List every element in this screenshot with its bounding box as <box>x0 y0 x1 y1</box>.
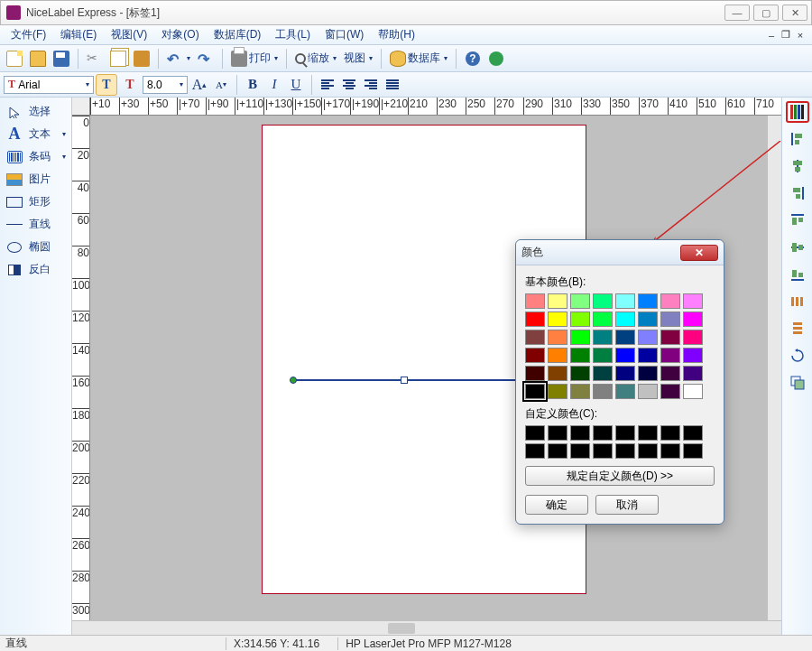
help-button[interactable]: ? <box>462 48 484 70</box>
maximize-button[interactable]: ▢ <box>753 5 779 21</box>
tool-select[interactable]: 选择 <box>2 101 69 122</box>
color-swatch[interactable] <box>548 366 567 381</box>
custom-swatch[interactable] <box>570 425 590 441</box>
align-bottom-tool[interactable] <box>786 264 809 285</box>
color-swatch[interactable] <box>525 384 545 399</box>
color-swatch[interactable] <box>593 312 613 327</box>
align-top-tool[interactable] <box>786 209 809 231</box>
tool-line[interactable]: 直线 <box>2 214 69 235</box>
custom-swatch[interactable] <box>615 425 635 441</box>
line-mid-handle[interactable] <box>401 377 408 384</box>
color-swatch[interactable] <box>525 312 545 327</box>
database-button[interactable]: 数据库▾ <box>387 48 450 70</box>
color-swatch[interactable] <box>660 312 680 327</box>
color-swatch[interactable] <box>660 384 680 399</box>
color-swatch[interactable] <box>570 312 590 327</box>
decrease-size-button[interactable]: A▾ <box>211 75 231 95</box>
color-swatch[interactable] <box>525 330 545 345</box>
new-button[interactable] <box>4 48 25 70</box>
custom-swatch[interactable] <box>638 443 658 459</box>
color-swatch[interactable] <box>638 384 658 399</box>
align-center-button[interactable] <box>339 75 359 95</box>
color-swatch[interactable] <box>548 348 567 363</box>
color-swatch[interactable] <box>660 330 680 345</box>
menu-window[interactable]: 窗口(W) <box>319 25 369 44</box>
color-swatch[interactable] <box>615 293 635 309</box>
color-swatch[interactable] <box>638 348 658 363</box>
color-swatch[interactable] <box>660 293 680 309</box>
printer-font-button[interactable]: T <box>119 74 141 96</box>
align-left-button[interactable] <box>318 75 337 95</box>
color-palette-button[interactable] <box>786 101 809 123</box>
distribute-h-tool[interactable] <box>786 291 809 312</box>
color-swatch[interactable] <box>593 348 613 363</box>
custom-swatch[interactable] <box>615 443 635 459</box>
user-button[interactable] <box>485 48 507 70</box>
custom-swatch[interactable] <box>525 443 545 459</box>
mdi-restore[interactable]: ❐ <box>780 29 792 42</box>
color-swatch[interactable] <box>683 348 703 363</box>
color-swatch[interactable] <box>615 366 635 381</box>
line-start-handle[interactable] <box>290 377 297 384</box>
custom-swatch[interactable] <box>548 443 567 459</box>
redo-button[interactable]: ↷ <box>195 48 217 70</box>
menu-view[interactable]: 视图(V) <box>106 25 152 44</box>
color-swatch[interactable] <box>593 293 613 309</box>
color-swatch[interactable] <box>570 293 590 309</box>
open-button[interactable] <box>27 48 49 70</box>
menu-tools[interactable]: 工具(L) <box>270 25 316 44</box>
color-swatch[interactable] <box>593 384 613 399</box>
menu-help[interactable]: 帮助(H) <box>373 25 420 44</box>
font-size-combo[interactable]: 8.0▾ <box>143 76 188 94</box>
tool-barcode[interactable]: 条码▾ <box>2 146 69 167</box>
color-swatch[interactable] <box>615 312 635 327</box>
color-swatch[interactable] <box>638 312 658 327</box>
color-swatch[interactable] <box>548 293 567 309</box>
custom-swatch[interactable] <box>683 425 703 441</box>
minimize-button[interactable]: — <box>724 5 750 21</box>
custom-swatch[interactable] <box>660 443 680 459</box>
color-swatch[interactable] <box>683 366 703 381</box>
tool-rect[interactable]: 矩形 <box>2 191 69 212</box>
custom-swatch[interactable] <box>525 425 545 441</box>
menu-database[interactable]: 数据库(D) <box>208 25 267 44</box>
custom-swatch[interactable] <box>683 443 703 459</box>
paste-button[interactable] <box>131 48 152 70</box>
close-button[interactable]: ✕ <box>782 5 807 21</box>
tool-ellipse[interactable]: 椭圆 <box>2 237 69 257</box>
color-swatch[interactable] <box>638 330 658 345</box>
color-swatch[interactable] <box>593 330 613 345</box>
color-swatch[interactable] <box>638 293 658 309</box>
color-swatch[interactable] <box>570 330 590 345</box>
ok-button[interactable]: 确定 <box>525 495 588 515</box>
cut-button[interactable]: ✂ <box>84 48 106 70</box>
vertical-scrollbar[interactable] <box>767 116 781 620</box>
rotate-button[interactable] <box>786 345 809 367</box>
screen-font-button[interactable]: T <box>96 74 117 96</box>
align-left-tool[interactable] <box>786 128 809 150</box>
align-right-tool[interactable] <box>786 182 809 204</box>
color-swatch[interactable] <box>683 330 703 345</box>
tool-image[interactable]: 图片 <box>2 169 69 190</box>
dialog-close-button[interactable]: ✕ <box>680 245 718 261</box>
custom-swatch[interactable] <box>548 425 567 441</box>
align-justify-button[interactable] <box>383 75 402 95</box>
color-swatch[interactable] <box>638 366 658 381</box>
mdi-minimize[interactable]: – <box>765 29 778 42</box>
horizontal-scrollbar[interactable] <box>72 620 781 635</box>
view-button[interactable]: 视图▾ <box>341 48 375 70</box>
color-swatch[interactable] <box>570 348 590 363</box>
custom-swatch[interactable] <box>638 425 658 441</box>
tool-inverse[interactable]: 反白 <box>2 259 69 280</box>
bold-button[interactable]: B <box>243 75 263 95</box>
color-swatch[interactable] <box>570 384 590 399</box>
group-button[interactable] <box>786 372 809 394</box>
color-swatch[interactable] <box>525 366 545 381</box>
color-swatch[interactable] <box>525 293 545 309</box>
color-swatch[interactable] <box>548 384 567 399</box>
undo-button[interactable]: ↶▾ <box>164 48 193 70</box>
color-swatch[interactable] <box>683 293 703 309</box>
custom-swatch[interactable] <box>660 425 680 441</box>
copy-button[interactable] <box>107 48 129 70</box>
distribute-v-tool[interactable] <box>786 318 809 339</box>
